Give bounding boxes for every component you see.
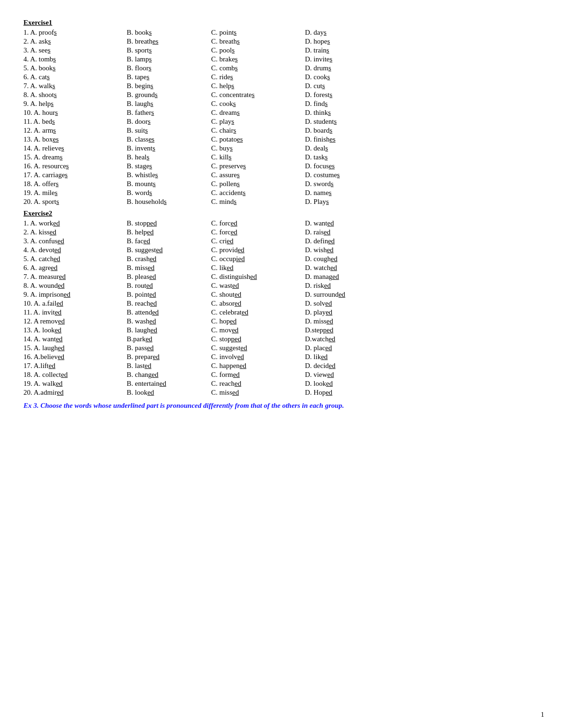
table-row: 16. A.believedB. preparedC. involvedD. l… xyxy=(23,353,540,361)
list-item: C. missed xyxy=(211,389,305,397)
list-item: 15. A. dreams xyxy=(23,153,127,161)
list-item: D. looked xyxy=(305,380,389,388)
list-item: 11. A. beds xyxy=(23,118,127,126)
list-item: B. stages xyxy=(127,162,211,170)
exercise1-section: Exercise1 1. A. proofsB. booksC. pointsD… xyxy=(23,19,540,206)
table-row: 1. A. proofsB. booksC. pointsD. days xyxy=(23,29,540,37)
list-item: 5. A. books xyxy=(23,64,127,72)
list-item: C. absored xyxy=(211,300,305,308)
list-item: D. focuses xyxy=(305,162,389,170)
list-item: C. minds xyxy=(211,198,305,206)
list-item: C. combs xyxy=(211,64,305,72)
list-item: B. routed xyxy=(127,282,211,290)
list-item: 17. A.lifted xyxy=(23,362,127,370)
list-item: D. hopes xyxy=(305,38,389,45)
table-row: 3. A. confusedB. facedC. criedD. defined xyxy=(23,237,540,245)
list-item: B. attended xyxy=(127,308,211,316)
list-item: D. Plays xyxy=(305,198,389,206)
list-item: B. stopped xyxy=(127,219,211,227)
list-item: 10. A. hours xyxy=(23,109,127,117)
list-item: D. boards xyxy=(305,127,389,135)
list-item: C. cooks xyxy=(211,100,305,108)
list-item: 20. A.admired xyxy=(23,389,127,397)
list-item: 16. A. resources xyxy=(23,162,127,170)
list-item: C. formed xyxy=(211,371,305,379)
list-item: 12. A. arms xyxy=(23,127,127,135)
list-item: 5. A. catched xyxy=(23,255,127,263)
table-row: 4. A. tombsB. lampsC. brakesD. invites xyxy=(23,55,540,63)
list-item: D. finishes xyxy=(305,135,389,143)
table-row: 7. A. walksB. beginsC. helpsD. cuts xyxy=(23,82,540,90)
list-item: 2. A. kissed xyxy=(23,228,127,236)
list-item: B. books xyxy=(127,29,211,37)
list-item: C. involved xyxy=(211,353,305,361)
list-item: 13. A. boxes xyxy=(23,135,127,143)
list-item: C. provided xyxy=(211,246,305,254)
list-item: D. raised xyxy=(305,228,389,236)
list-item: C. dreams xyxy=(211,109,305,117)
exercise2-rows: 1. A. workedB. stoppedC. forcedD. wanted… xyxy=(23,219,540,397)
page-number: 1 xyxy=(541,711,545,719)
list-item: 18. A. offers xyxy=(23,180,127,188)
list-item: D. risked xyxy=(305,282,389,290)
list-item: 10. A. a.failed xyxy=(23,300,127,308)
list-item: D. missed xyxy=(305,317,389,325)
list-item: B. begins xyxy=(127,82,211,90)
list-item: D. deals xyxy=(305,144,389,152)
list-item: D. costumes xyxy=(305,171,389,179)
list-item: 8. A. shoots xyxy=(23,91,127,99)
list-item: B. suggested xyxy=(127,246,211,254)
list-item: D. coughed xyxy=(305,255,389,263)
table-row: 15. A. laughedB. passedC. suggestedD. pl… xyxy=(23,344,540,352)
table-row: 17. A.liftedB. lastedC. happenedD. decid… xyxy=(23,362,540,370)
list-item: 8. A. wounded xyxy=(23,282,127,290)
table-row: 12. A. armsB. suitsC. chairsD. boards xyxy=(23,127,540,135)
list-item: C. wasted xyxy=(211,282,305,290)
list-item: C. kills xyxy=(211,153,305,161)
list-item: C. liked xyxy=(211,264,305,272)
table-row: 17. A. carriagesB. whistlesC. assuresD. … xyxy=(23,171,540,179)
list-item: B.parked xyxy=(127,335,211,343)
list-item: C. celebrated xyxy=(211,308,305,316)
list-item: D. liked xyxy=(305,353,389,361)
table-row: 4. A. devotedB. suggestedC. providedD. w… xyxy=(23,246,540,254)
list-item: 14. A. relieves xyxy=(23,144,127,152)
list-item: C. chairs xyxy=(211,127,305,135)
table-row: 15. A. dreamsB. healsC. killsD. tasks xyxy=(23,153,540,161)
list-item: D. forests xyxy=(305,91,389,99)
list-item: B. pointed xyxy=(127,291,211,299)
list-item: B. entertained xyxy=(127,380,211,388)
list-item: D. days xyxy=(305,29,389,37)
list-item: D. thinks xyxy=(305,109,389,117)
exercise1-rows: 1. A. proofsB. booksC. pointsD. days2. A… xyxy=(23,29,540,206)
list-item: C. happened xyxy=(211,362,305,370)
table-row: 16. A. resourcesB. stagesC. preservesD. … xyxy=(23,162,540,170)
list-item: 4. A. tombs xyxy=(23,55,127,63)
list-item: 16. A.believed xyxy=(23,353,127,361)
list-item: 14. A. wanted xyxy=(23,335,127,343)
list-item: 11. A. invited xyxy=(23,308,127,316)
table-row: 7. A. measuredB. pleasedC. distinguished… xyxy=(23,273,540,281)
list-item: D. drums xyxy=(305,64,389,72)
list-item: D. swords xyxy=(305,180,389,188)
list-item: 18. A. collected xyxy=(23,371,127,379)
table-row: 19. A. walkedB. entertainedC. reachedD. … xyxy=(23,380,540,388)
list-item: 12. A removed xyxy=(23,317,127,325)
table-row: 12. A removedB. washedC. hopedD. missed xyxy=(23,317,540,325)
list-item: C. hoped xyxy=(211,317,305,325)
list-item: C. forced xyxy=(211,228,305,236)
list-item: D. played xyxy=(305,308,389,316)
list-item: D. wished xyxy=(305,246,389,254)
list-item: B. mounts xyxy=(127,180,211,188)
list-item: C. preserves xyxy=(211,162,305,170)
table-row: 19. A. milesB. wordsC. accidentsD. names xyxy=(23,189,540,197)
list-item: B. invents xyxy=(127,144,211,152)
list-item: B. grounds xyxy=(127,91,211,99)
list-item: 20. A. sports xyxy=(23,198,127,206)
list-item: C. points xyxy=(211,29,305,37)
table-row: 14. A. relievesB. inventsC. buysD. deals xyxy=(23,144,540,152)
list-item: C. assures xyxy=(211,171,305,179)
list-item: B. pleased xyxy=(127,273,211,281)
list-item: B. words xyxy=(127,189,211,197)
list-item: B. floors xyxy=(127,64,211,72)
